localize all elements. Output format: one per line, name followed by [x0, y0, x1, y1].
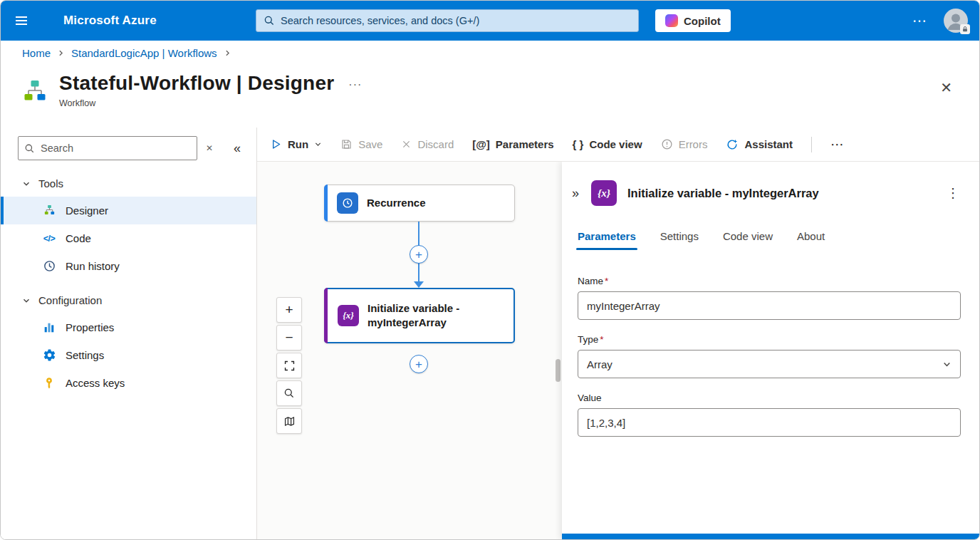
sidebar-search-box[interactable] [18, 136, 197, 160]
panel-tabs: Parameters Settings Code view About [562, 230, 979, 250]
add-action-button[interactable]: + [410, 355, 428, 373]
zoom-out-button[interactable]: − [276, 325, 302, 351]
sidebar-item-code[interactable]: </> Code [1, 224, 256, 252]
sidebar-item-designer[interactable]: Designer [1, 197, 256, 224]
sidebar-section-tools[interactable]: Tools [1, 170, 256, 197]
tab-code-view[interactable]: Code view [723, 230, 773, 250]
sidebar-item-properties[interactable]: Properties [1, 313, 256, 341]
breadcrumb: Home StandardLogicApp | Workflows [1, 41, 979, 65]
sidebar-item-run-history[interactable]: Run history [1, 252, 256, 280]
run-button[interactable]: Run [270, 138, 322, 150]
lock-icon [960, 24, 970, 34]
canvas-scrollbar[interactable] [556, 359, 561, 382]
collapse-sidebar-icon[interactable]: « [234, 141, 241, 156]
fit-to-screen-button[interactable] [276, 353, 302, 378]
collapse-panel-icon[interactable]: » [570, 186, 580, 201]
panel-menu-icon[interactable]: ⋮ [944, 185, 962, 201]
chevron-down-icon [22, 180, 31, 188]
tab-parameters[interactable]: Parameters [578, 230, 636, 250]
copilot-icon [665, 14, 678, 27]
zoom-in-button[interactable]: + [276, 297, 302, 323]
toolbar-more-icon[interactable]: ⋯ [830, 136, 844, 152]
required-asterisk: * [605, 276, 608, 286]
gear-icon [42, 348, 56, 363]
name-field-group: Name* [578, 276, 961, 320]
sidebar-item-label: Properties [66, 321, 114, 333]
title-more-button[interactable]: ··· [348, 78, 362, 91]
search-icon [283, 388, 295, 399]
search-icon [264, 15, 275, 26]
close-icon [401, 139, 412, 150]
key-icon [42, 376, 56, 390]
action-details-panel: » {x} Initialize variable - myIntegerArr… [562, 162, 979, 539]
value-input[interactable] [578, 408, 961, 437]
code-view-label: Code view [589, 138, 642, 150]
assistant-label: Assistant [744, 138, 793, 150]
recurrence-clock-icon [337, 192, 358, 214]
type-field-group: Type* Array [578, 334, 961, 378]
sidebar-item-label: Run history [66, 260, 120, 272]
panel-title: Initialize variable - myIntegerArray [627, 187, 933, 200]
canvas-search-button[interactable] [276, 380, 302, 406]
clear-search-icon[interactable]: ✕ [206, 143, 213, 153]
workflow-canvas[interactable]: Recurrence + {x} Initialize variable - m… [257, 162, 562, 539]
global-search-input[interactable] [281, 15, 631, 26]
topbar-more-icon[interactable]: ⋯ [912, 14, 927, 28]
node-recurrence[interactable]: Recurrence [324, 185, 515, 222]
breadcrumb-home-link[interactable]: Home [22, 47, 51, 59]
map-icon [283, 415, 296, 427]
breadcrumb-workflows-link[interactable]: StandardLogicApp | Workflows [71, 47, 217, 59]
node-label: Initialize variable - myIntegerArray [368, 301, 505, 331]
page-title: Stateful-Workflow | Designer [59, 72, 334, 95]
search-icon [24, 143, 35, 154]
errors-label: Errors [679, 138, 708, 150]
error-circle-icon [661, 138, 673, 150]
sidebar-item-access-keys[interactable]: Access keys [1, 369, 256, 397]
node-label: Recurrence [367, 196, 426, 210]
node-initialize-variable[interactable]: {x} Initialize variable - myIntegerArray [324, 288, 515, 343]
hamburger-menu-icon[interactable] [1, 1, 42, 41]
fit-screen-icon [283, 360, 296, 372]
assistant-button[interactable]: Assistant [726, 138, 793, 151]
tab-settings[interactable]: Settings [660, 230, 699, 250]
panel-accent-bar [562, 534, 979, 539]
chevron-right-icon [224, 49, 231, 57]
resource-type-label: Workflow [59, 98, 362, 108]
code-view-button[interactable]: { } Code view [573, 138, 642, 150]
save-label: Save [358, 138, 382, 150]
add-action-button[interactable]: + [410, 245, 428, 264]
variable-icon: {x} [338, 305, 359, 326]
value-field-group: Value [578, 393, 961, 437]
account-avatar[interactable] [944, 9, 968, 33]
workflow-icon [21, 78, 49, 109]
minimap-button[interactable] [276, 408, 302, 434]
sidebar-item-label: Access keys [66, 377, 125, 389]
product-title: Microsoft Azure [63, 14, 157, 28]
braces-icon: { } [573, 138, 584, 150]
connector-arrowhead [414, 281, 424, 288]
parameters-button[interactable]: [@] Parameters [472, 138, 553, 150]
errors-button[interactable]: Errors [661, 138, 708, 150]
chevron-right-icon [57, 49, 65, 57]
assistant-sparkle-icon [726, 138, 739, 151]
chevron-down-icon [22, 296, 31, 305]
sidebar-item-label: Settings [66, 349, 104, 361]
sidebar-item-label: Designer [66, 204, 108, 217]
tab-about[interactable]: About [797, 230, 825, 250]
chevron-down-icon [942, 360, 952, 369]
sidebar-search-input[interactable] [41, 142, 191, 154]
discard-button[interactable]: Discard [401, 138, 454, 150]
copilot-label: Copilot [684, 15, 721, 27]
toolbar-separator [811, 137, 812, 152]
close-icon[interactable]: ✕ [940, 79, 952, 96]
sidebar-section-configuration[interactable]: Configuration [1, 287, 256, 313]
history-clock-icon [42, 259, 56, 274]
global-search-box[interactable] [256, 9, 639, 32]
sidebar-item-settings[interactable]: Settings [1, 341, 256, 369]
name-input[interactable] [578, 291, 961, 320]
save-button[interactable]: Save [340, 138, 382, 150]
type-select[interactable]: Array [578, 350, 961, 378]
variable-icon: {x} [591, 180, 617, 206]
type-field-label: Type* [578, 334, 961, 345]
copilot-button[interactable]: Copilot [655, 9, 731, 32]
